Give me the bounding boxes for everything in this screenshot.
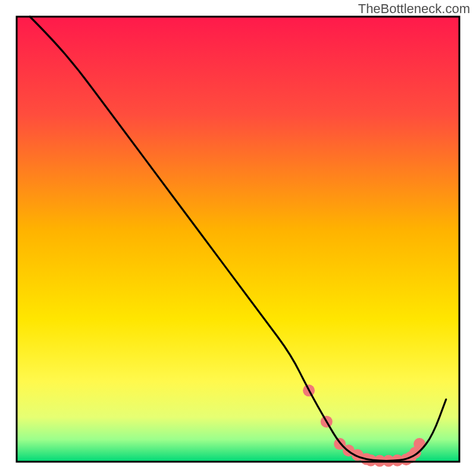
plot-background (17, 17, 459, 462)
chart-container: TheBottleneck.com (0, 0, 476, 476)
watermark-text: TheBottleneck.com (358, 1, 470, 17)
bottleneck-chart (0, 0, 476, 476)
